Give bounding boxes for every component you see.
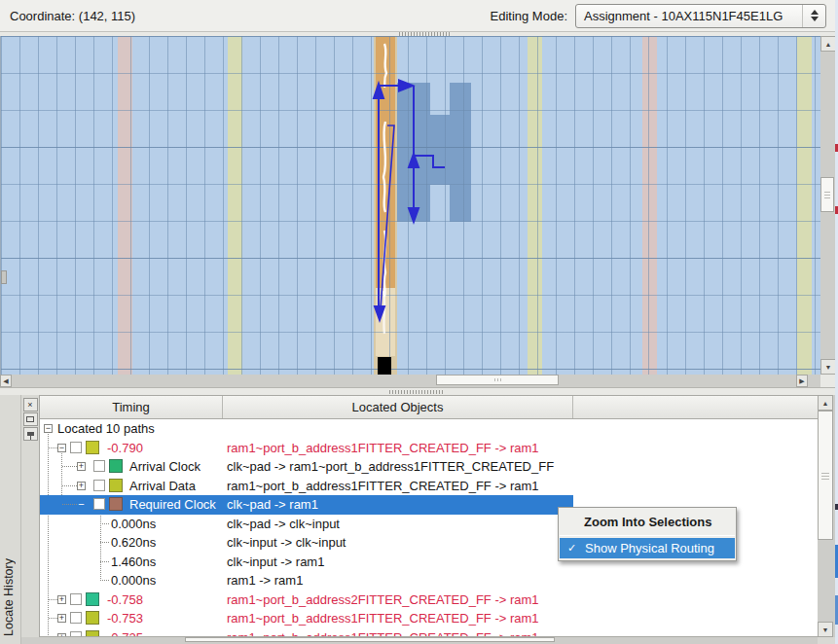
timing-value: Required Clock bbox=[129, 495, 216, 515]
color-swatch bbox=[86, 441, 99, 454]
located-objects-value: ram1~port_b_address2FITTER_CREATED_FF ->… bbox=[227, 590, 539, 610]
menu-item-zoom-into-selections[interactable]: Zoom Into Selections bbox=[559, 510, 736, 533]
wire-squiggles bbox=[383, 44, 386, 334]
timing-value: -0.725 bbox=[107, 628, 143, 638]
color-swatch bbox=[109, 497, 123, 511]
timing-value: 0.000ns bbox=[111, 515, 156, 534]
tree-branch bbox=[49, 599, 57, 600]
timing-value: -0.790 bbox=[107, 439, 143, 458]
located-objects-value: clk~pad -> ram1~port_b_address1FITTER_CR… bbox=[227, 457, 554, 477]
collapse-icon[interactable]: − bbox=[44, 424, 53, 433]
tree-branch bbox=[100, 580, 109, 581]
column-header-filler bbox=[573, 396, 818, 418]
located-objects-value: ram1~port_b_address1FITTER_CREATED_FF ->… bbox=[227, 439, 539, 458]
path-checkbox[interactable] bbox=[93, 480, 105, 491]
menu-item-show-physical-routing[interactable]: ✓Show Physical Routing bbox=[560, 538, 735, 558]
located-objects-value: ram1 -> ram1 bbox=[227, 571, 303, 590]
timing-value: Arrival Data bbox=[129, 477, 196, 496]
timing-value: -0.753 bbox=[107, 609, 143, 628]
expand-icon[interactable]: + bbox=[57, 595, 66, 604]
tree-branch bbox=[49, 618, 57, 619]
table-row[interactable]: +Arrival Dataram1~port_b_address1FITTER_… bbox=[40, 477, 818, 496]
collapse-icon[interactable]: − bbox=[57, 444, 66, 452]
spinner-icon[interactable] bbox=[802, 5, 825, 27]
located-objects-value: ram1~port_b_address1FITTER_CREATED_FF ->… bbox=[227, 609, 539, 628]
coordinate-readout: Coordinate: (142, 115) bbox=[10, 9, 135, 23]
timing-value: Arrival Clock bbox=[129, 457, 200, 477]
panel-vscroll-thumb[interactable] bbox=[818, 411, 833, 540]
scroll-up-icon[interactable]: ▲ bbox=[818, 395, 833, 411]
path-checkbox[interactable] bbox=[70, 593, 82, 605]
column-header-located-objects[interactable]: Located Objects bbox=[223, 396, 573, 418]
editing-mode-combobox[interactable]: Assignment - 10AX115N1F45E1LG bbox=[575, 4, 826, 28]
scroll-left-icon[interactable]: ◀ bbox=[0, 375, 12, 387]
expand-icon[interactable]: + bbox=[77, 482, 86, 490]
located-objects-value: ram1~port_b_address1FITTER_CREATED_FF ->… bbox=[227, 628, 539, 638]
close-icon[interactable]: × bbox=[23, 398, 38, 411]
routing-overlay bbox=[1, 36, 820, 375]
scroll-down-icon[interactable]: ▼ bbox=[818, 622, 833, 637]
located-objects-value: clk~pad -> ram1 bbox=[227, 495, 318, 515]
table-row[interactable]: 0.000nsram1 -> ram1 bbox=[40, 571, 818, 590]
scroll-down-icon[interactable]: ▼ bbox=[820, 359, 836, 375]
locate-history-tab[interactable]: Locate History bbox=[0, 395, 21, 644]
path-checkbox[interactable] bbox=[93, 460, 105, 472]
color-swatch bbox=[109, 459, 123, 473]
expand-icon[interactable]: + bbox=[57, 614, 66, 623]
tree-branch bbox=[100, 523, 109, 524]
color-swatch bbox=[109, 479, 123, 492]
scroll-right-icon[interactable]: ▶ bbox=[796, 375, 808, 387]
table-row[interactable]: −Located 10 paths bbox=[40, 419, 818, 439]
map-vertical-scrollbar[interactable]: ▲ ▼ bbox=[820, 36, 836, 375]
map-vscroll-thumb[interactable] bbox=[820, 177, 834, 212]
editing-mode-label: Editing Mode: bbox=[491, 9, 568, 23]
tree-header: Timing Located Objects bbox=[40, 396, 818, 419]
checkmark-icon: ✓ bbox=[567, 542, 580, 555]
color-swatch bbox=[86, 592, 99, 606]
chip-planner-canvas[interactable] bbox=[0, 36, 820, 375]
tree-branch bbox=[100, 561, 109, 562]
path-checkbox[interactable] bbox=[70, 612, 82, 624]
panel-splitter[interactable] bbox=[0, 387, 838, 395]
splitter-grip[interactable] bbox=[389, 390, 444, 394]
pin-icon[interactable] bbox=[23, 427, 38, 441]
table-row[interactable]: +-0.753ram1~port_b_address1FITTER_CREATE… bbox=[40, 609, 818, 628]
timing-value: 1.460ns bbox=[111, 553, 156, 572]
collapse-icon[interactable]: − bbox=[77, 500, 86, 509]
located-objects-value: ram1~port_b_address1FITTER_CREATED_FF ->… bbox=[227, 477, 539, 496]
context-menu: Zoom Into Selections✓Show Physical Routi… bbox=[558, 507, 737, 561]
panel-horizontal-scrollbar[interactable] bbox=[21, 637, 818, 644]
panel-hscroll-thumb[interactable] bbox=[185, 637, 555, 642]
path-checkbox[interactable] bbox=[93, 498, 105, 510]
map-hscroll-thumb[interactable] bbox=[436, 375, 559, 385]
panel-vertical-scrollbar[interactable]: ▲ ▼ bbox=[818, 395, 835, 637]
table-row[interactable]: +Arrival Clockclk~pad -> ram1~port_b_add… bbox=[40, 457, 818, 477]
detach-icon[interactable] bbox=[23, 412, 38, 426]
color-swatch bbox=[86, 611, 99, 625]
timing-value: Located 10 paths bbox=[57, 419, 155, 439]
editing-mode-value: Assignment - 10AX115N1F45E1LG bbox=[576, 9, 802, 23]
table-row[interactable]: +-0.725ram1~port_b_address1FITTER_CREATE… bbox=[40, 628, 818, 638]
menu-item-label: Zoom Into Selections bbox=[584, 515, 711, 529]
scroll-up-icon[interactable]: ▲ bbox=[820, 36, 836, 52]
color-swatch bbox=[86, 630, 99, 638]
tree-branch bbox=[49, 447, 57, 448]
located-objects-value: clk~input -> ram1 bbox=[227, 553, 324, 572]
top-toolbar: Coordinate: (142, 115) Editing Mode: Ass… bbox=[0, 0, 835, 32]
menu-separator bbox=[560, 535, 735, 536]
left-edge-marker bbox=[1, 270, 7, 284]
menu-item-label: Show Physical Routing bbox=[585, 541, 714, 555]
expand-icon[interactable]: + bbox=[77, 462, 86, 471]
tree-branch bbox=[62, 466, 77, 467]
located-objects-value: clk~pad -> clk~input bbox=[227, 515, 340, 534]
path-checkbox[interactable] bbox=[70, 442, 82, 453]
table-row[interactable]: +-0.758ram1~port_b_address2FITTER_CREATE… bbox=[40, 590, 818, 610]
timing-value: 0.000ns bbox=[111, 571, 156, 590]
column-header-timing[interactable]: Timing bbox=[40, 396, 223, 418]
tree-branch bbox=[62, 485, 77, 486]
tree-branch bbox=[100, 542, 109, 543]
timing-value: -0.758 bbox=[107, 590, 143, 610]
table-row[interactable]: −-0.790ram1~port_b_address1FITTER_CREATE… bbox=[40, 439, 818, 458]
located-objects-value: clk~input -> clk~input bbox=[227, 533, 346, 553]
map-horizontal-scrollbar[interactable]: ◀ ▶ bbox=[0, 375, 820, 387]
